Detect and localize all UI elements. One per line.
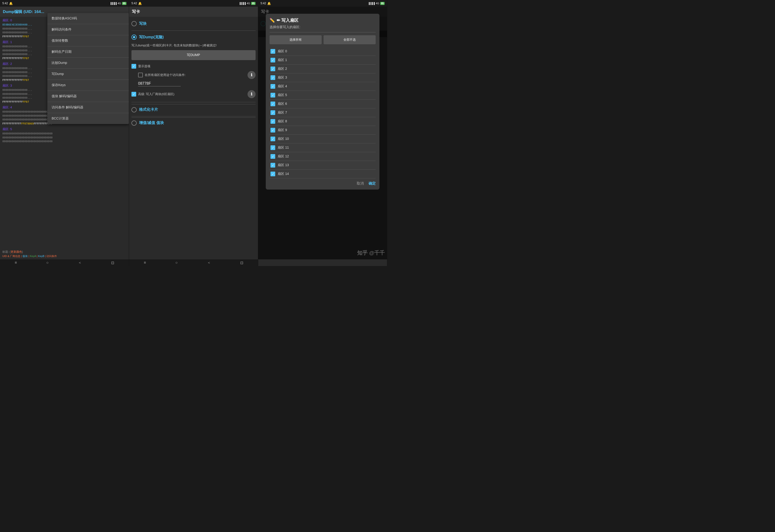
radio-format[interactable]: [131, 107, 137, 112]
signal-icon-2: ▐▐▐▐: [239, 2, 246, 5]
cancel-button[interactable]: 取消: [357, 181, 364, 186]
sector-check-10: ✓ 扇区 10: [270, 135, 376, 143]
sector-10-checkbox[interactable]: ✓: [271, 137, 275, 141]
screen-2: 5:42 🔔 ▐▐▐▐ 4G 85 写卡 写块 写Dump(克隆) 写入dump…: [129, 0, 258, 266]
signal-icon-3: ▐▐▐▐: [368, 2, 375, 5]
time-1: 5:42: [2, 2, 8, 5]
menu-item-value-codec[interactable]: 值块 解码/编码器: [47, 91, 129, 102]
status-bar-2: 5:42 🔔 ▐▐▐▐ 4G 85: [129, 0, 258, 7]
radio-increment[interactable]: [131, 120, 137, 126]
sector-check-6: ✓ 扇区 6: [270, 100, 376, 108]
dialog-footer: 取消 确定: [270, 178, 376, 186]
menu-item-ascii[interactable]: 数据转换ASCII码: [47, 13, 129, 24]
dialog-title: ✏️ ✏ 写入扇区: [270, 18, 376, 23]
menu-item-write-dump[interactable]: 写Dump: [47, 69, 129, 80]
nav-home-1[interactable]: ○: [46, 261, 49, 265]
dialog-content: ✏️ ✏ 写入扇区 选择你要写入的扇区: 选择所有 全部不选 ✓ 扇区 0 ✓ …: [266, 14, 379, 190]
network-type-3: 4G: [376, 2, 379, 5]
nav-recent-2[interactable]: ⊡: [240, 261, 243, 265]
write-block-section: 写块: [131, 19, 256, 31]
sector-check-13: ✓ 扇区 13: [270, 161, 376, 170]
sector-6-checkbox[interactable]: ✓: [271, 102, 275, 106]
sector-check-8: ✓ 扇区 8: [270, 117, 376, 126]
select-all-button[interactable]: 选择所有: [270, 35, 322, 44]
sector-1-checkbox[interactable]: ✓: [271, 58, 275, 62]
sector-check-14: ✓ 扇区 14: [270, 170, 376, 178]
write-card-content: 写块 写Dump(克隆) 写入dump(或一些扇区)到卡片. 包含未知的数据块(…: [129, 17, 258, 259]
menu-item-save-keys[interactable]: 保存Keys: [47, 80, 129, 91]
access-condition-row: 在所有扇区使用这个访问条件: ℹ: [131, 70, 256, 81]
dialog-btn-row: 选择所有 全部不选: [270, 35, 376, 44]
nav-menu-2[interactable]: ≡: [144, 261, 146, 265]
time-2: 5:42: [131, 2, 137, 5]
sector-0-checkbox[interactable]: ✓: [271, 49, 275, 54]
nav-back-2[interactable]: ＜: [207, 260, 211, 265]
pen-icon: ✏️: [270, 18, 275, 23]
radio-write-dump[interactable]: [131, 35, 137, 40]
write-sector-dialog: ✏️ ✏ 写入扇区 选择你要写入的扇区: 选择所有 全部不选 ✓ 扇区 0 ✓ …: [258, 7, 387, 259]
format-card-section: 格式化卡片: [131, 104, 256, 115]
menu-item-compare[interactable]: 比较Dump: [47, 58, 129, 69]
sector-3-checkbox[interactable]: ✓: [271, 75, 275, 80]
sector-5-checkbox[interactable]: ✓: [271, 93, 275, 98]
sector-9-checkbox[interactable]: ✓: [271, 128, 275, 133]
confirm-button[interactable]: 确定: [369, 181, 376, 186]
access-info-button[interactable]: ℹ: [248, 71, 256, 79]
increment-section: 增值/减值 值块: [131, 117, 256, 129]
access-condition-label: 在所有扇区使用这个访问条件:: [145, 73, 186, 77]
notification-icon-1: 🔔: [9, 2, 13, 5]
screen-3: 5:42 🔔 ▐▐▐▐ 4G 85 写卡 ✏️ ✏ 写入扇区 选择你要写入的扇区…: [258, 0, 387, 266]
sector-check-7: ✓ 扇区 7: [270, 108, 376, 117]
use-access-checkbox[interactable]: [138, 73, 143, 77]
access-value-input[interactable]: [138, 81, 181, 86]
sector-check-9: ✓ 扇区 9: [270, 126, 376, 135]
screen-1: 5:42 🔔 ▐▐▐▐ 4G 85 Dump编辑 (UID: 164... 扇区…: [0, 0, 129, 266]
sector-4-checkbox[interactable]: ✓: [271, 84, 275, 89]
sector-13-checkbox[interactable]: ✓: [271, 163, 275, 168]
sector-11-checkbox[interactable]: ✓: [271, 145, 275, 150]
write-block-label: 写块: [139, 21, 146, 26]
nav-bar-2: ≡ ○ ＜ ⊡: [129, 259, 258, 266]
update-color-link[interactable]: 更新颜色: [11, 250, 22, 253]
sector-12-checkbox[interactable]: ✓: [271, 154, 275, 159]
nav-menu-1[interactable]: ≡: [15, 261, 17, 265]
sector-check-12: ✓ 扇区 12: [270, 152, 376, 161]
sector-data-5: 00000000000000000000000000000000 0000000…: [0, 132, 129, 144]
radio-write-block[interactable]: [131, 21, 137, 26]
menu-item-value-int[interactable]: 值块转整数: [47, 35, 129, 46]
battery-1: 85: [122, 2, 126, 5]
menu-item-bcc[interactable]: BCC计算器: [47, 113, 129, 124]
advanced-label: 高级: 写入厂商块(0区扇区): [138, 92, 174, 96]
network-type-1: 4G: [117, 2, 121, 5]
sector-14-checkbox[interactable]: ✓: [271, 172, 275, 176]
sector-7-checkbox[interactable]: ✓: [271, 110, 275, 115]
sector-2-checkbox[interactable]: ✓: [271, 67, 275, 71]
status-bar-1: 5:42 🔔 ▐▐▐▐ 4G 85: [0, 0, 129, 7]
status-bar-3: 5:42 🔔 ▐▐▐▐ 4G 85: [258, 0, 387, 7]
sector-8-checkbox[interactable]: ✓: [271, 119, 275, 124]
write-dump-button[interactable]: 写DUMP: [131, 50, 256, 60]
select-none-button[interactable]: 全部不选: [324, 35, 376, 44]
dump-description: 写入dump(或一些扇区)到卡片. 包含未知的数据块(---)将被跳过!: [131, 42, 256, 50]
notification-icon-2: 🔔: [138, 2, 142, 5]
menu-item-decode-access[interactable]: 解码访问条件: [47, 24, 129, 35]
nav-home-2[interactable]: ○: [175, 261, 177, 265]
write-dump-section: 写Dump(克隆) 写入dump(或一些扇区)到卡片. 包含未知的数据块(---…: [131, 33, 256, 102]
battery-2: 85: [251, 2, 256, 5]
sector-check-1: ✓ 扇区 1: [270, 56, 376, 65]
show-options-label: 显示选项: [138, 64, 150, 68]
sector-check-3: ✓ 扇区 3: [270, 73, 376, 82]
advanced-info-button[interactable]: ℹ: [248, 90, 256, 98]
menu-item-decode-date[interactable]: 解码生产日期: [47, 46, 129, 58]
sector-check-0: ✓ 扇区 0: [270, 47, 376, 56]
write-dump-label: 写Dump(克隆): [139, 35, 164, 40]
nav-back-1[interactable]: ＜: [78, 260, 82, 265]
menu-item-access-codec[interactable]: 访问条件 解码/编码器: [47, 102, 129, 113]
advanced-checkbox[interactable]: ✓: [131, 92, 136, 97]
notification-icon-3: 🔔: [267, 2, 271, 5]
sector-check-11: ✓ 扇区 11: [270, 143, 376, 152]
sector-check-5: ✓ 扇区 5: [270, 91, 376, 100]
show-options-checkbox[interactable]: ✓: [131, 64, 136, 69]
increment-label: 增值/减值 值块: [139, 120, 164, 125]
nav-recent-1[interactable]: ⊡: [111, 261, 114, 265]
